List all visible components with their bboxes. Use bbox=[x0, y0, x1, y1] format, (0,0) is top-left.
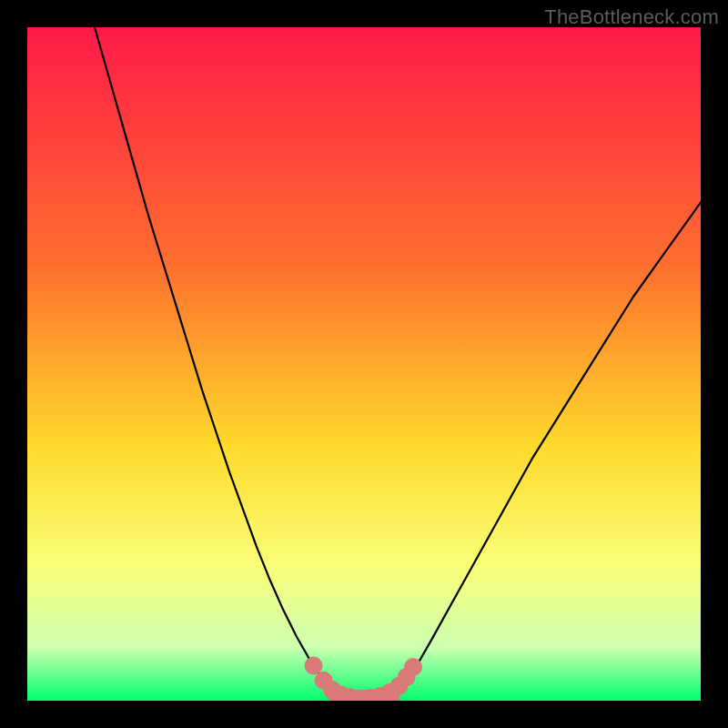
chart-plot-area bbox=[27, 27, 701, 701]
chart-svg bbox=[27, 27, 701, 701]
curve-marker-dot bbox=[305, 657, 323, 675]
curve-marker-dot bbox=[404, 658, 422, 676]
watermark-label: TheBottleneck.com bbox=[544, 5, 719, 29]
chart-background-gradient bbox=[27, 27, 701, 701]
outer-frame: TheBottleneck.com bbox=[0, 0, 728, 728]
